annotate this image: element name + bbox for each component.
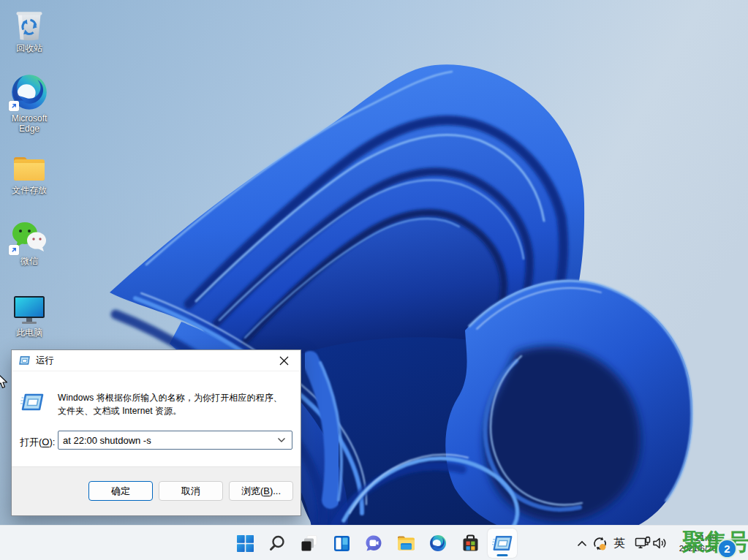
- run-command-combobox[interactable]: at 22:00 shutdown -s: [58, 431, 292, 450]
- start-button[interactable]: [230, 529, 260, 558]
- run-dialog: 运行 Windows 将根据你所输入的名称，为你打开相应的程序、 文件夹、文档或…: [11, 349, 301, 516]
- desktop-icon-wechat[interactable]: 微信: [0, 217, 58, 266]
- run-dialog-description: Windows 将根据你所输入的名称，为你打开相应的程序、 文件夹、文档或 In…: [58, 391, 282, 417]
- taskbar-center-icons: [230, 529, 517, 558]
- desktop-icon-this-pc[interactable]: 此电脑: [0, 289, 58, 338]
- desktop-icon-recycle-bin[interactable]: 回收站: [0, 4, 58, 53]
- tray-show-hidden-button[interactable]: [573, 529, 591, 558]
- shortcut-arrow-icon: [9, 245, 19, 255]
- chat-button[interactable]: [359, 529, 388, 558]
- run-dialog-title: 运行: [36, 355, 273, 367]
- combobox-dropdown-icon[interactable]: [277, 437, 286, 443]
- desktop-icon-microsoft-edge[interactable]: Microsoft Edge: [0, 72, 58, 134]
- mouse-cursor: [0, 374, 10, 393]
- ok-button[interactable]: 确定: [88, 481, 153, 501]
- ime-indicator[interactable]: 英: [608, 529, 630, 558]
- desktop-screen: 回收站 Microsoft Edge: [0, 0, 748, 560]
- open-label: 打开(O):: [20, 436, 55, 449]
- tray-volume-button[interactable]: [650, 529, 669, 558]
- desktop-icon-label: 回收站: [16, 43, 42, 53]
- sync-icon: [592, 536, 608, 551]
- run-icon: [20, 393, 44, 413]
- run-dialog-footer: 确定 取消 浏览(B)...: [12, 466, 301, 515]
- search-icon: [269, 535, 285, 551]
- shortcut-arrow-icon: [9, 101, 19, 111]
- browse-button[interactable]: 浏览(B)...: [229, 481, 293, 501]
- close-icon[interactable]: [273, 352, 295, 369]
- widgets-icon: [333, 535, 350, 552]
- folder-icon: [12, 146, 46, 183]
- task-view-icon: [301, 534, 318, 552]
- chat-icon: [365, 534, 382, 552]
- run-dialog-body: Windows 将根据你所输入的名称，为你打开相应的程序、 文件夹、文档或 In…: [12, 371, 301, 467]
- taskbar: 英 21:39 2021/6/20: [0, 525, 748, 560]
- run-dialog-titlebar-icon: [19, 356, 30, 365]
- run-app-button[interactable]: [488, 529, 517, 558]
- edge-icon: [429, 534, 447, 552]
- open-label-accelerator: O: [42, 436, 49, 447]
- chevron-up-icon: [577, 540, 587, 547]
- watermark-text: 聚集号: [682, 526, 748, 559]
- this-pc-icon: [12, 289, 46, 325]
- file-explorer-icon: [397, 535, 415, 551]
- active-app-indicator: [497, 554, 508, 557]
- task-view-button[interactable]: [295, 529, 324, 558]
- desktop-icon-file-folder[interactable]: 文件存放: [0, 146, 58, 195]
- store-button[interactable]: [456, 529, 485, 558]
- store-icon: [462, 534, 479, 552]
- network-icon: [635, 536, 651, 550]
- open-label-pre: 打开(: [20, 436, 42, 447]
- desktop-icon-label: 微信: [20, 256, 38, 266]
- volume-icon: [652, 537, 668, 550]
- start-icon: [237, 535, 254, 552]
- file-explorer-button[interactable]: [391, 529, 420, 558]
- recycle-bin-icon: [15, 4, 44, 41]
- desktop-icon-label: Microsoft Edge: [4, 113, 55, 134]
- browse-button-label: 浏览(B)...: [241, 485, 281, 498]
- cancel-button-label: 取消: [181, 485, 200, 498]
- description-line-1: Windows 将根据你所输入的名称，为你打开相应的程序、: [58, 391, 282, 404]
- search-button[interactable]: [262, 529, 292, 558]
- widgets-button[interactable]: [327, 529, 356, 558]
- wechat-icon: [10, 217, 48, 254]
- watermark: 聚集号 2: [680, 523, 748, 560]
- run-app-icon: [492, 535, 513, 551]
- tray-sync-button[interactable]: [590, 529, 609, 558]
- edge-button[interactable]: [423, 529, 453, 558]
- desktop-icon-label: 文件存放: [12, 185, 47, 195]
- cancel-button[interactable]: 取消: [159, 481, 223, 501]
- watermark-badge: 2: [717, 539, 737, 559]
- ok-button-label: 确定: [111, 485, 130, 498]
- desktop-icon-label: 此电脑: [16, 328, 42, 338]
- edge-desktop-icon: [10, 72, 48, 111]
- run-command-input-value[interactable]: at 22:00 shutdown -s: [63, 435, 277, 446]
- run-dialog-titlebar[interactable]: 运行: [12, 350, 301, 371]
- open-label-post: ):: [49, 436, 55, 447]
- description-line-2: 文件夹、文档或 Internet 资源。: [58, 404, 282, 417]
